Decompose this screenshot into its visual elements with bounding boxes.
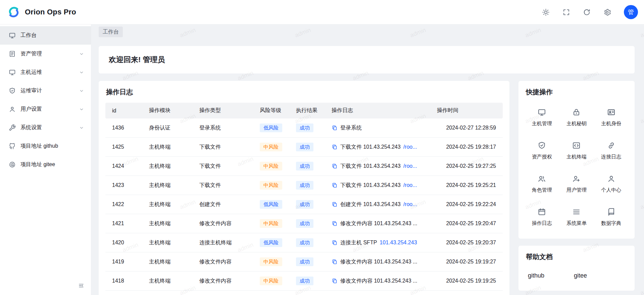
risk-tag: 中风险 [260, 181, 282, 190]
cell-time: 2024-02-25 19:19:24 [430, 291, 503, 295]
github-link[interactable]: github [528, 272, 544, 279]
copy-icon[interactable] [332, 125, 338, 131]
cell-log: 创建文件 101.43.254.243/roo... [325, 195, 430, 214]
sidebar-item-system-settings[interactable]: 系统设置 [0, 118, 91, 137]
copy-icon[interactable] [332, 278, 338, 284]
log-link[interactable]: /roo... [403, 163, 417, 169]
sidebar-item-label: 运维审计 [20, 87, 42, 94]
risk-tag: 中风险 [260, 143, 282, 151]
quick-action-host-identity[interactable]: 主机身份 [595, 103, 628, 131]
cell-module: 主机终端 [142, 272, 193, 291]
gear-icon [603, 8, 611, 16]
cell-module: 主机终端 [142, 157, 193, 176]
cell-id: 1417 [105, 291, 142, 295]
sidebar-item-gitee[interactable]: 项目地址 gitee [0, 155, 91, 174]
log-text: 修改文件内容 101.43.254.243 ... [340, 258, 417, 265]
quick-action-personal-center[interactable]: 个人中心 [595, 169, 628, 197]
col-header-result: 执行结果 [289, 103, 325, 118]
header-actions: 管 [542, 5, 638, 19]
copy-icon[interactable] [332, 240, 338, 246]
github-icon [9, 143, 16, 150]
table-row: 1436 身份认证 登录系统 低风险 成功 登录系统 2024-02-27 12… [105, 118, 503, 138]
help-docs-title: 帮助文档 [526, 252, 628, 261]
copy-icon[interactable] [332, 220, 338, 227]
quick-action-label: 主机秘钥 [566, 120, 587, 127]
sidebar-item-github[interactable]: 项目地址 github [0, 137, 91, 155]
log-text: 下载文件 101.43.254.243 [340, 182, 401, 189]
collapse-sidebar-button[interactable] [78, 283, 84, 290]
watermark-text: admin [639, 284, 644, 295]
gitee-link[interactable]: gitee [574, 272, 587, 279]
dashboard-icon [9, 32, 16, 39]
log-link[interactable]: /roo... [403, 201, 417, 207]
quick-action-system-menu[interactable]: 系统菜单 [560, 202, 593, 231]
user-icon [607, 175, 615, 183]
copy-icon[interactable] [332, 144, 338, 150]
chevron-down-icon [79, 70, 84, 75]
quick-action-label: 主机身份 [601, 120, 621, 127]
col-header-log: 操作日志 [325, 103, 430, 118]
quick-action-asset-authorization[interactable]: 资产授权 [525, 136, 558, 164]
cell-risk: 中风险 [253, 272, 289, 291]
watermark-text: admin [639, 27, 644, 39]
settings-button[interactable] [603, 8, 611, 16]
log-link[interactable]: /roo... [403, 144, 417, 150]
quick-action-host-management[interactable]: 主机管理 [525, 103, 558, 131]
cell-type: 下载文件 [193, 176, 253, 195]
sidebar-item-label: 用户设置 [20, 106, 42, 113]
copy-icon[interactable] [332, 259, 338, 265]
quick-actions-title: 快捷操作 [526, 88, 628, 97]
theme-toggle-button[interactable] [542, 8, 550, 16]
cell-module: 主机终端 [142, 233, 193, 252]
table-row: 1419 主机终端 修改文件内容 中风险 成功 修改文件内容 101.43.25… [105, 252, 503, 272]
shield-check-icon [9, 87, 16, 94]
cell-log: 下载文件 101.43.254.243/roo... [325, 138, 430, 157]
quick-action-user-management[interactable]: 用户管理 [560, 169, 593, 197]
quick-action-role-management[interactable]: 角色管理 [525, 169, 558, 197]
cell-risk: 中风险 [253, 291, 289, 295]
table-row: 1421 主机终端 修改文件内容 中风险 成功 修改文件内容 101.43.25… [105, 214, 503, 233]
sidebar-item-user-settings[interactable]: 用户设置 [0, 100, 91, 118]
log-link[interactable]: 101.43.254.243 [380, 240, 417, 246]
chevron-down-icon [79, 51, 84, 57]
cell-result: 成功 [289, 291, 325, 295]
cell-module: 主机终端 [142, 176, 193, 195]
result-tag: 成功 [296, 124, 313, 132]
table-row: 1418 主机终端 修改文件内容 中风险 成功 修改文件内容 101.43.25… [105, 272, 503, 291]
log-link[interactable]: /roo... [403, 182, 417, 188]
cell-type: 登录系统 [193, 118, 253, 138]
sidebar-item-workbench[interactable]: 工作台 [0, 26, 91, 45]
cell-risk: 中风险 [253, 214, 289, 233]
quick-action-label: 个人中心 [601, 187, 621, 193]
shield-check-icon [538, 141, 546, 150]
refresh-button[interactable] [583, 8, 591, 16]
sidebar-item-host-ops[interactable]: 主机运维 [0, 63, 91, 82]
desktop-icon [538, 108, 546, 116]
sidebar-item-label: 工作台 [20, 32, 37, 39]
breadcrumb-tab-workbench[interactable]: 工作台 [99, 27, 123, 37]
log-text: 下载文件 101.43.254.243 [340, 144, 401, 151]
quick-action-label: 操作日志 [532, 220, 552, 227]
user-avatar[interactable]: 管 [624, 5, 638, 19]
operation-log-table: id 操作模块 操作类型 风险等级 执行结果 操作日志 操作时间 1436 [105, 103, 503, 295]
quick-action-host-terminal[interactable]: 主机终端 [560, 136, 593, 164]
fullscreen-button[interactable] [562, 8, 570, 16]
quick-action-host-keys[interactable]: 主机秘钥 [560, 103, 593, 131]
risk-tag: 中风险 [260, 162, 282, 170]
copy-icon[interactable] [332, 163, 338, 169]
cell-time: 2024-02-27 12:28:59 [430, 118, 503, 138]
result-tag: 成功 [296, 181, 313, 190]
brand[interactable]: Orion Ops Pro [7, 5, 76, 19]
link-icon [607, 141, 615, 150]
quick-action-operation-log[interactable]: 操作日志 [525, 202, 558, 231]
copy-icon[interactable] [332, 201, 338, 207]
sidebar-item-ops-audit[interactable]: 运维审计 [0, 82, 91, 100]
fullscreen-icon [562, 8, 570, 16]
quick-action-data-dictionary[interactable]: 数据字典 [595, 202, 628, 231]
cell-id: 1423 [105, 176, 142, 195]
cell-module: 主机终端 [142, 291, 193, 295]
welcome-card: 欢迎回来! 管理员 [99, 46, 635, 73]
sidebar-item-asset-management[interactable]: 资产管理 [0, 45, 91, 63]
copy-icon[interactable] [332, 182, 338, 188]
quick-action-connection-log[interactable]: 连接日志 [595, 136, 628, 164]
